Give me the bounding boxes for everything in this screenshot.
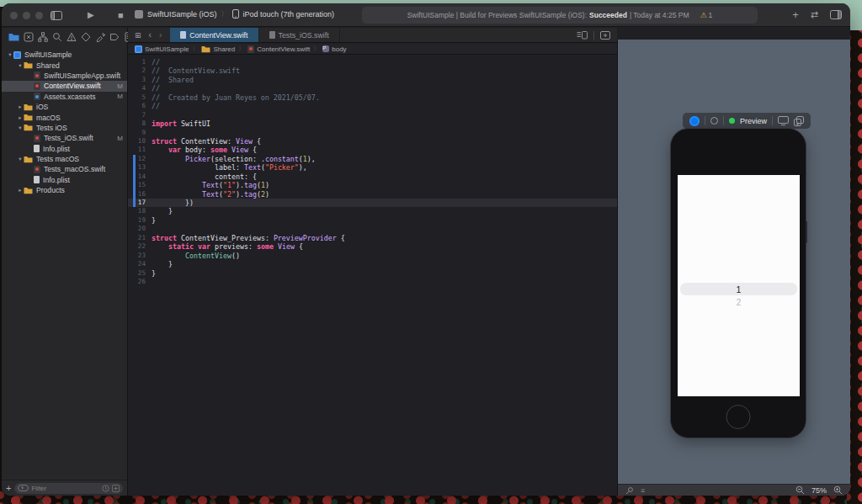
editor-options-icon[interactable]	[577, 31, 588, 40]
code-line[interactable]: 24 }	[128, 260, 617, 268]
breakpoint-navigator-icon[interactable]	[109, 31, 120, 42]
code-line[interactable]: 17 })	[128, 199, 617, 207]
add-file-button[interactable]: +	[6, 483, 11, 493]
jump-bar-item[interactable]: SwiftUISample	[135, 45, 189, 53]
source-control-filter-icon[interactable]	[112, 485, 120, 492]
line-number[interactable]: 14	[128, 172, 152, 181]
symbol-navigator-icon[interactable]	[38, 31, 48, 42]
code-line[interactable]: 10struct ContentView: View {	[128, 137, 617, 146]
code-line[interactable]: 6//	[128, 102, 617, 110]
file-tree-item[interactable]: ▾Tests macOS	[2, 154, 127, 164]
run-destination[interactable]: iPod touch (7th generation)	[243, 10, 335, 19]
jump-bar-item[interactable]: Pbody	[322, 45, 346, 53]
go-back-icon[interactable]: ‹	[149, 30, 152, 40]
canvas-list-icon[interactable]: ≡	[641, 486, 645, 495]
editor-tab[interactable]: ContentView.swift	[170, 28, 258, 42]
line-number[interactable]: 2	[128, 66, 152, 75]
run-button[interactable]: ▶	[88, 10, 94, 20]
line-number[interactable]: 15	[128, 181, 152, 189]
preview-device-screen[interactable]: 1 2	[678, 175, 800, 396]
toggle-inspector-icon[interactable]	[830, 10, 842, 19]
toggle-navigator-icon[interactable]	[51, 11, 62, 20]
line-number[interactable]: 16	[128, 190, 152, 199]
jump-bar-item[interactable]: ContentView.swift	[247, 45, 310, 53]
code-line[interactable]: 9	[128, 129, 617, 137]
file-tree-item[interactable]: SwiftUISampleApp.swift	[2, 71, 127, 81]
duplicate-preview-icon[interactable]	[794, 116, 804, 126]
code-line[interactable]: 3// Shared	[128, 76, 617, 84]
jump-bar-item[interactable]: Shared	[201, 45, 235, 53]
activity-status[interactable]: SwiftUISample | Build for Previews Swift…	[362, 7, 758, 24]
disclosure-icon[interactable]: ▸	[17, 103, 24, 110]
pin-preview-icon[interactable]	[625, 486, 634, 495]
line-number[interactable]: 5	[128, 93, 152, 102]
related-items-icon[interactable]: ⊞	[135, 31, 141, 40]
code-line[interactable]: 11 var body: some View {	[128, 146, 617, 154]
file-tree-item[interactable]: ▾Shared	[2, 60, 127, 70]
live-preview-button[interactable]	[689, 116, 700, 126]
editor-swap-icon[interactable]: ⇄	[811, 9, 818, 20]
line-number[interactable]: 25	[128, 269, 152, 278]
library-add-icon[interactable]: +	[792, 8, 799, 21]
file-tree-item[interactable]: Info.plist	[2, 175, 127, 185]
zoom-in-icon[interactable]	[833, 485, 843, 495]
code-line[interactable]: 26	[128, 278, 617, 286]
scheme-selector[interactable]: SwiftUISample (iOS) 〉 iPod touch (7th ge…	[135, 9, 334, 19]
line-number[interactable]: 21	[128, 234, 152, 242]
line-number[interactable]: 3	[128, 76, 152, 84]
code-line[interactable]: 20	[128, 225, 617, 233]
line-number[interactable]: 11	[128, 146, 152, 154]
line-number[interactable]: 23	[128, 252, 152, 260]
file-tree-item[interactable]: ▸iOS	[2, 102, 127, 112]
line-number[interactable]: 12	[128, 155, 152, 163]
code-line[interactable]: 5// Created by Juan Reyes on 2021/05/07.	[128, 93, 617, 102]
code-line[interactable]: 4//	[128, 84, 617, 93]
source-editor[interactable]: 1//2// ContentView.swift3// Shared4//5//…	[128, 56, 617, 496]
test-navigator-icon[interactable]	[81, 31, 91, 42]
code-line[interactable]: 19}	[128, 216, 617, 225]
zoom-out-icon[interactable]	[795, 485, 805, 495]
file-tree-item[interactable]: ▾SwiftUISample	[2, 50, 127, 60]
code-line[interactable]: 25}	[128, 269, 617, 278]
disclosure-icon[interactable]: ▸	[17, 114, 24, 121]
line-number[interactable]: 26	[128, 278, 152, 286]
file-tree-item[interactable]: ▸Products	[2, 185, 127, 195]
line-number[interactable]: 9	[128, 129, 152, 137]
line-number[interactable]: 22	[128, 242, 152, 251]
add-editor-icon[interactable]	[600, 31, 610, 40]
file-tree-item[interactable]: ContentView.swiftM	[2, 81, 127, 91]
preview-inspect-button[interactable]	[710, 117, 718, 125]
line-number[interactable]: 8	[128, 119, 152, 128]
source-control-navigator-icon[interactable]	[24, 31, 34, 42]
zoom-level[interactable]: 75%	[811, 486, 827, 495]
disclosure-icon[interactable]: ▾	[17, 156, 24, 162]
issue-navigator-icon[interactable]	[67, 31, 77, 42]
stop-button[interactable]: ◼	[118, 11, 124, 21]
line-number[interactable]: 1	[128, 58, 152, 66]
disclosure-icon[interactable]: ▸	[17, 187, 24, 194]
code-line[interactable]: 18 }	[128, 207, 617, 215]
go-forward-icon[interactable]: ›	[159, 30, 162, 40]
code-line[interactable]: 13 label: Text("Picker"),	[128, 163, 617, 172]
line-number[interactable]: 19	[128, 216, 152, 225]
line-number[interactable]: 13	[128, 163, 152, 172]
file-tree-item[interactable]: ▾Tests iOS	[2, 123, 127, 133]
code-line[interactable]: 12 Picker(selection: .constant(1),	[128, 155, 617, 163]
line-number[interactable]: 24	[128, 260, 152, 268]
line-number[interactable]: 7	[128, 111, 152, 119]
close-window-button[interactable]	[10, 12, 18, 19]
zoom-window-button[interactable]	[35, 12, 43, 19]
debug-navigator-icon[interactable]	[95, 31, 105, 42]
file-tree-item[interactable]: Tests_iOS.swiftM	[2, 133, 127, 143]
code-line[interactable]: 15 Text("1").tag(1)	[128, 181, 617, 189]
preview-on-device-icon[interactable]	[778, 116, 789, 125]
code-line[interactable]: 7	[128, 111, 617, 119]
find-navigator-icon[interactable]	[52, 31, 62, 42]
code-line[interactable]: 22 static var previews: some View {	[128, 242, 617, 251]
disclosure-icon[interactable]: ▾	[17, 125, 24, 131]
code-line[interactable]: 14 content: {	[128, 172, 617, 181]
picker-selected-row[interactable]: 1	[680, 283, 797, 295]
code-line[interactable]: 16 Text("2").tag(2)	[128, 190, 617, 199]
warning-badge[interactable]: ⚠ 1	[700, 11, 713, 19]
line-number[interactable]: 17	[128, 199, 152, 207]
